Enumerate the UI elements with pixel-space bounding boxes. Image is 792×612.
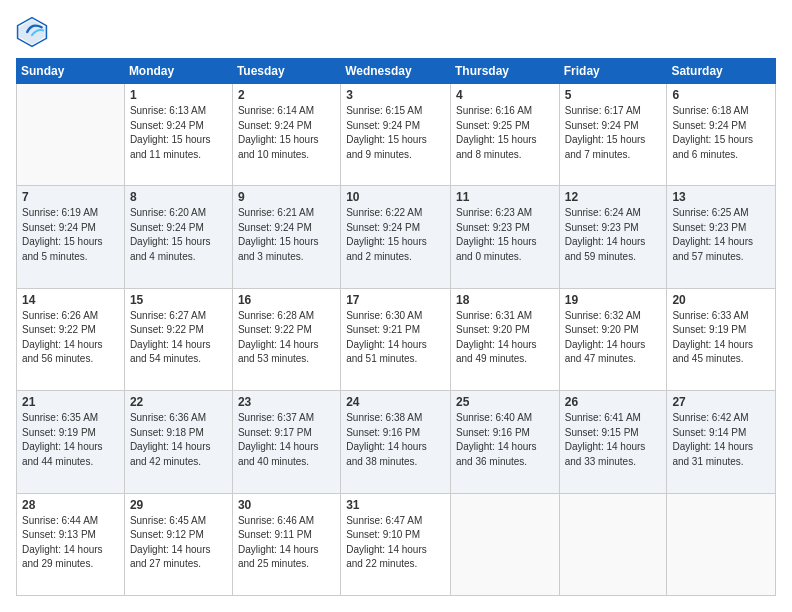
- calendar-cell: 25Sunrise: 6:40 AMSunset: 9:16 PMDayligh…: [450, 391, 559, 493]
- calendar-cell: 31Sunrise: 6:47 AMSunset: 9:10 PMDayligh…: [341, 493, 451, 595]
- day-of-week-header: Friday: [559, 59, 667, 84]
- calendar-cell: 30Sunrise: 6:46 AMSunset: 9:11 PMDayligh…: [232, 493, 340, 595]
- day-number: 20: [672, 293, 770, 307]
- calendar-cell: 18Sunrise: 6:31 AMSunset: 9:20 PMDayligh…: [450, 288, 559, 390]
- day-number: 15: [130, 293, 227, 307]
- cell-details: Sunrise: 6:36 AMSunset: 9:18 PMDaylight:…: [130, 411, 227, 469]
- calendar-cell: 24Sunrise: 6:38 AMSunset: 9:16 PMDayligh…: [341, 391, 451, 493]
- calendar-cell: 21Sunrise: 6:35 AMSunset: 9:19 PMDayligh…: [17, 391, 125, 493]
- day-number: 27: [672, 395, 770, 409]
- cell-details: Sunrise: 6:19 AMSunset: 9:24 PMDaylight:…: [22, 206, 119, 264]
- calendar-cell: [17, 84, 125, 186]
- calendar-cell: 9Sunrise: 6:21 AMSunset: 9:24 PMDaylight…: [232, 186, 340, 288]
- day-number: 28: [22, 498, 119, 512]
- calendar-cell: [667, 493, 776, 595]
- day-number: 18: [456, 293, 554, 307]
- cell-details: Sunrise: 6:25 AMSunset: 9:23 PMDaylight:…: [672, 206, 770, 264]
- day-number: 10: [346, 190, 445, 204]
- calendar-week-row: 14Sunrise: 6:26 AMSunset: 9:22 PMDayligh…: [17, 288, 776, 390]
- calendar-table: SundayMondayTuesdayWednesdayThursdayFrid…: [16, 58, 776, 596]
- day-of-week-header: Thursday: [450, 59, 559, 84]
- cell-details: Sunrise: 6:41 AMSunset: 9:15 PMDaylight:…: [565, 411, 662, 469]
- cell-details: Sunrise: 6:28 AMSunset: 9:22 PMDaylight:…: [238, 309, 335, 367]
- cell-details: Sunrise: 6:30 AMSunset: 9:21 PMDaylight:…: [346, 309, 445, 367]
- calendar-cell: 12Sunrise: 6:24 AMSunset: 9:23 PMDayligh…: [559, 186, 667, 288]
- calendar-cell: 17Sunrise: 6:30 AMSunset: 9:21 PMDayligh…: [341, 288, 451, 390]
- calendar-cell: 23Sunrise: 6:37 AMSunset: 9:17 PMDayligh…: [232, 391, 340, 493]
- cell-details: Sunrise: 6:26 AMSunset: 9:22 PMDaylight:…: [22, 309, 119, 367]
- day-number: 31: [346, 498, 445, 512]
- day-of-week-header: Saturday: [667, 59, 776, 84]
- day-number: 9: [238, 190, 335, 204]
- cell-details: Sunrise: 6:42 AMSunset: 9:14 PMDaylight:…: [672, 411, 770, 469]
- cell-details: Sunrise: 6:35 AMSunset: 9:19 PMDaylight:…: [22, 411, 119, 469]
- cell-details: Sunrise: 6:27 AMSunset: 9:22 PMDaylight:…: [130, 309, 227, 367]
- day-number: 24: [346, 395, 445, 409]
- cell-details: Sunrise: 6:37 AMSunset: 9:17 PMDaylight:…: [238, 411, 335, 469]
- day-number: 25: [456, 395, 554, 409]
- day-number: 22: [130, 395, 227, 409]
- calendar-cell: 26Sunrise: 6:41 AMSunset: 9:15 PMDayligh…: [559, 391, 667, 493]
- day-of-week-header: Sunday: [17, 59, 125, 84]
- calendar-cell: 10Sunrise: 6:22 AMSunset: 9:24 PMDayligh…: [341, 186, 451, 288]
- day-number: 3: [346, 88, 445, 102]
- cell-details: Sunrise: 6:21 AMSunset: 9:24 PMDaylight:…: [238, 206, 335, 264]
- calendar-cell: 11Sunrise: 6:23 AMSunset: 9:23 PMDayligh…: [450, 186, 559, 288]
- day-number: 13: [672, 190, 770, 204]
- calendar-cell: 22Sunrise: 6:36 AMSunset: 9:18 PMDayligh…: [124, 391, 232, 493]
- calendar-cell: 20Sunrise: 6:33 AMSunset: 9:19 PMDayligh…: [667, 288, 776, 390]
- calendar-header-row: SundayMondayTuesdayWednesdayThursdayFrid…: [17, 59, 776, 84]
- cell-details: Sunrise: 6:31 AMSunset: 9:20 PMDaylight:…: [456, 309, 554, 367]
- day-number: 7: [22, 190, 119, 204]
- cell-details: Sunrise: 6:47 AMSunset: 9:10 PMDaylight:…: [346, 514, 445, 572]
- logo-icon: [16, 16, 48, 48]
- day-number: 4: [456, 88, 554, 102]
- calendar-cell: 14Sunrise: 6:26 AMSunset: 9:22 PMDayligh…: [17, 288, 125, 390]
- header: [16, 16, 776, 48]
- cell-details: Sunrise: 6:22 AMSunset: 9:24 PMDaylight:…: [346, 206, 445, 264]
- day-number: 11: [456, 190, 554, 204]
- calendar-cell: 2Sunrise: 6:14 AMSunset: 9:24 PMDaylight…: [232, 84, 340, 186]
- day-of-week-header: Wednesday: [341, 59, 451, 84]
- calendar-cell: 8Sunrise: 6:20 AMSunset: 9:24 PMDaylight…: [124, 186, 232, 288]
- day-number: 8: [130, 190, 227, 204]
- calendar-week-row: 1Sunrise: 6:13 AMSunset: 9:24 PMDaylight…: [17, 84, 776, 186]
- cell-details: Sunrise: 6:16 AMSunset: 9:25 PMDaylight:…: [456, 104, 554, 162]
- day-number: 1: [130, 88, 227, 102]
- calendar-cell: 1Sunrise: 6:13 AMSunset: 9:24 PMDaylight…: [124, 84, 232, 186]
- calendar-week-row: 28Sunrise: 6:44 AMSunset: 9:13 PMDayligh…: [17, 493, 776, 595]
- cell-details: Sunrise: 6:20 AMSunset: 9:24 PMDaylight:…: [130, 206, 227, 264]
- calendar-week-row: 7Sunrise: 6:19 AMSunset: 9:24 PMDaylight…: [17, 186, 776, 288]
- calendar-cell: 19Sunrise: 6:32 AMSunset: 9:20 PMDayligh…: [559, 288, 667, 390]
- day-number: 19: [565, 293, 662, 307]
- day-number: 26: [565, 395, 662, 409]
- cell-details: Sunrise: 6:18 AMSunset: 9:24 PMDaylight:…: [672, 104, 770, 162]
- calendar-cell: [450, 493, 559, 595]
- calendar-cell: 6Sunrise: 6:18 AMSunset: 9:24 PMDaylight…: [667, 84, 776, 186]
- cell-details: Sunrise: 6:45 AMSunset: 9:12 PMDaylight:…: [130, 514, 227, 572]
- day-number: 16: [238, 293, 335, 307]
- cell-details: Sunrise: 6:17 AMSunset: 9:24 PMDaylight:…: [565, 104, 662, 162]
- cell-details: Sunrise: 6:46 AMSunset: 9:11 PMDaylight:…: [238, 514, 335, 572]
- cell-details: Sunrise: 6:14 AMSunset: 9:24 PMDaylight:…: [238, 104, 335, 162]
- cell-details: Sunrise: 6:38 AMSunset: 9:16 PMDaylight:…: [346, 411, 445, 469]
- cell-details: Sunrise: 6:44 AMSunset: 9:13 PMDaylight:…: [22, 514, 119, 572]
- calendar-cell: 28Sunrise: 6:44 AMSunset: 9:13 PMDayligh…: [17, 493, 125, 595]
- day-number: 5: [565, 88, 662, 102]
- day-number: 12: [565, 190, 662, 204]
- day-number: 6: [672, 88, 770, 102]
- calendar-cell: 27Sunrise: 6:42 AMSunset: 9:14 PMDayligh…: [667, 391, 776, 493]
- calendar-cell: 7Sunrise: 6:19 AMSunset: 9:24 PMDaylight…: [17, 186, 125, 288]
- cell-details: Sunrise: 6:15 AMSunset: 9:24 PMDaylight:…: [346, 104, 445, 162]
- calendar-cell: 16Sunrise: 6:28 AMSunset: 9:22 PMDayligh…: [232, 288, 340, 390]
- day-number: 23: [238, 395, 335, 409]
- day-number: 29: [130, 498, 227, 512]
- calendar-cell: 13Sunrise: 6:25 AMSunset: 9:23 PMDayligh…: [667, 186, 776, 288]
- cell-details: Sunrise: 6:32 AMSunset: 9:20 PMDaylight:…: [565, 309, 662, 367]
- calendar-cell: [559, 493, 667, 595]
- day-number: 30: [238, 498, 335, 512]
- day-of-week-header: Monday: [124, 59, 232, 84]
- cell-details: Sunrise: 6:40 AMSunset: 9:16 PMDaylight:…: [456, 411, 554, 469]
- calendar-cell: 5Sunrise: 6:17 AMSunset: 9:24 PMDaylight…: [559, 84, 667, 186]
- day-number: 21: [22, 395, 119, 409]
